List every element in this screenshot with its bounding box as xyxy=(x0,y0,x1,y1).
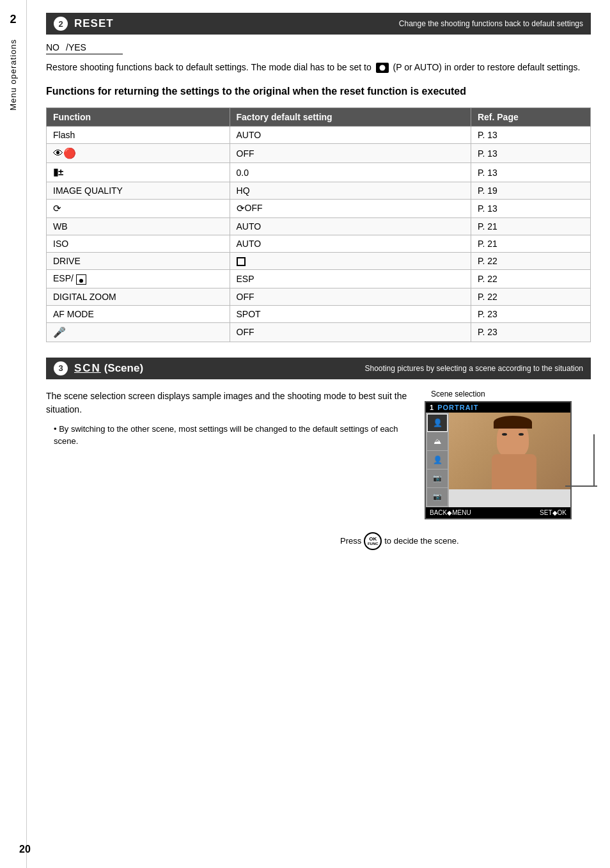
scn-title: SCN (Scene) xyxy=(74,362,143,375)
ref-af-mode: P. 23 xyxy=(471,305,590,322)
exposure-icon: ▮± xyxy=(53,167,63,178)
table-row: ⟳ ⟳OFF P. 13 xyxy=(47,199,591,217)
scn-description: Shooting pictures by selecting a scene a… xyxy=(352,364,583,373)
scene-ui-bottombar: BACK◆MENU SET◆OK xyxy=(426,507,570,518)
default-iso: AUTO xyxy=(230,235,471,252)
ref-iso: P. 21 xyxy=(471,235,590,252)
option-no: NO xyxy=(46,42,59,52)
scene-icon-landscape: ⛰ xyxy=(427,432,448,450)
scn-section-number: 3 xyxy=(54,361,68,375)
spot-metering-icon xyxy=(76,274,86,285)
default-digital-zoom: OFF xyxy=(230,288,471,305)
reset-section-number: 2 xyxy=(54,17,68,31)
ref-drive: P. 22 xyxy=(471,252,590,269)
ref-esp: P. 22 xyxy=(471,270,590,288)
ref-image-quality: P. 19 xyxy=(471,182,590,199)
function-mic: 🎤 xyxy=(47,322,230,342)
table-row: IMAGE QUALITY HQ P. 19 xyxy=(47,182,591,199)
function-timer: ⟳ xyxy=(47,199,230,217)
scene-preview xyxy=(449,413,570,489)
scn-text-column: The scene selection screen displays samp… xyxy=(46,390,412,448)
function-flash: Flash xyxy=(47,127,230,144)
table-row: 👁🔴 OFF P. 13 xyxy=(47,144,591,163)
single-frame-icon xyxy=(237,257,246,266)
portrait-body xyxy=(492,454,536,489)
default-image-quality: HQ xyxy=(230,182,471,199)
table-row: ESP/ ESP P. 22 xyxy=(47,270,591,288)
scn-content: The scene selection screen displays samp… xyxy=(46,390,591,519)
timer-icon: ⟳ xyxy=(53,203,61,214)
table-row: 🎤 OFF P. 23 xyxy=(47,322,591,342)
sidebar-label: Menu operations xyxy=(8,39,18,111)
bottombar-back: BACK◆MENU xyxy=(430,509,471,516)
table-row: AF MODE SPOT P. 23 xyxy=(47,305,591,322)
scene-icon-night: 👤 xyxy=(427,451,448,469)
functions-table: Function Factory default setting Ref. Pa… xyxy=(46,107,591,342)
ref-digital-zoom: P. 22 xyxy=(471,288,590,305)
default-af-mode: SPOT xyxy=(230,305,471,322)
scn-text1: The scene selection screen displays samp… xyxy=(46,390,412,416)
reset-options: NO /YES xyxy=(46,42,123,54)
ok-func-button-icon: OK FUNC xyxy=(364,532,382,550)
table-row: ▮± 0.0 P. 13 xyxy=(47,163,591,182)
reset-section-header: 2 RESET Change the shooting functions ba… xyxy=(46,13,591,35)
table-row: DIGITAL ZOOM OFF P. 22 xyxy=(47,288,591,305)
scene-icon-portrait: 👤 xyxy=(427,414,448,432)
sidebar-number: 2 xyxy=(10,13,16,26)
scene-icon-more: 📷 xyxy=(427,488,448,506)
scene-selection-label: Scene selection xyxy=(431,390,485,398)
table-row: WB AUTO P. 21 xyxy=(47,217,591,235)
ref-exposure: P. 13 xyxy=(471,163,590,182)
press-text: Press xyxy=(340,536,361,546)
table-header-default: Factory default setting xyxy=(230,108,471,127)
table-row: ISO AUTO P. 21 xyxy=(47,235,591,252)
scn-bullet: • By switching to the other scene, most … xyxy=(46,423,412,448)
reset-body-text: Restore shooting functions back to defau… xyxy=(46,61,591,74)
ref-mic: P. 23 xyxy=(471,322,590,342)
reset-description: Change the shooting functions back to de… xyxy=(386,19,583,28)
default-timer: ⟳OFF xyxy=(230,199,471,217)
press-ok-row: Press OK FUNC to decide the scene. xyxy=(340,532,591,550)
table-row: DRIVE P. 22 xyxy=(47,252,591,269)
default-exposure: 0.0 xyxy=(230,163,471,182)
default-esp: ESP xyxy=(230,270,471,288)
function-iso: ISO xyxy=(47,235,230,252)
vertical-line xyxy=(593,434,595,485)
table-header-ref: Ref. Page xyxy=(471,108,590,127)
horizontal-line xyxy=(565,485,597,487)
option-yes: /YES xyxy=(66,42,86,52)
function-redeye: 👁🔴 xyxy=(47,144,230,163)
scene-ui-topbar: 1 PORTRAIT xyxy=(426,402,570,413)
scene-icon-sports: 📷 xyxy=(427,470,448,487)
reset-sub-heading: Functions for returning the settings to … xyxy=(46,84,591,99)
press-suffix: to decide the scene. xyxy=(384,536,458,546)
default-flash: AUTO xyxy=(230,127,471,144)
scn-image-column: Scene selection 1 PORTRAIT 👤 xyxy=(425,390,591,519)
function-digital-zoom: DIGITAL ZOOM xyxy=(47,288,230,305)
table-header-function: Function xyxy=(47,108,230,127)
scn-section-header: 3 SCN (Scene) Shooting pictures by selec… xyxy=(46,358,591,379)
scene-portrait-title: PORTRAIT xyxy=(437,404,478,411)
bottombar-set: SET◆OK xyxy=(540,509,567,516)
ref-flash: P. 13 xyxy=(471,127,590,144)
scene-number: 1 xyxy=(430,404,434,411)
portrait-image xyxy=(449,413,570,489)
default-wb: AUTO xyxy=(230,217,471,235)
redeye-icon: 👁🔴 xyxy=(53,148,76,159)
function-drive: DRIVE xyxy=(47,252,230,269)
default-mic: OFF xyxy=(230,322,471,342)
ref-redeye: P. 13 xyxy=(471,144,590,163)
annotation-arrow xyxy=(565,434,597,487)
reset-title: RESET xyxy=(74,17,114,30)
ref-wb: P. 21 xyxy=(471,217,590,235)
function-image-quality: IMAGE QUALITY xyxy=(47,182,230,199)
function-exposure: ▮± xyxy=(47,163,230,182)
ref-timer: P. 13 xyxy=(471,199,590,217)
default-drive xyxy=(230,252,471,269)
function-af-mode: AF MODE xyxy=(47,305,230,322)
scn-acronym: SCN xyxy=(74,362,101,374)
page-number: 20 xyxy=(19,844,31,855)
table-row: Flash AUTO P. 13 xyxy=(47,127,591,144)
portrait-head xyxy=(497,419,529,457)
function-wb: WB xyxy=(47,217,230,235)
